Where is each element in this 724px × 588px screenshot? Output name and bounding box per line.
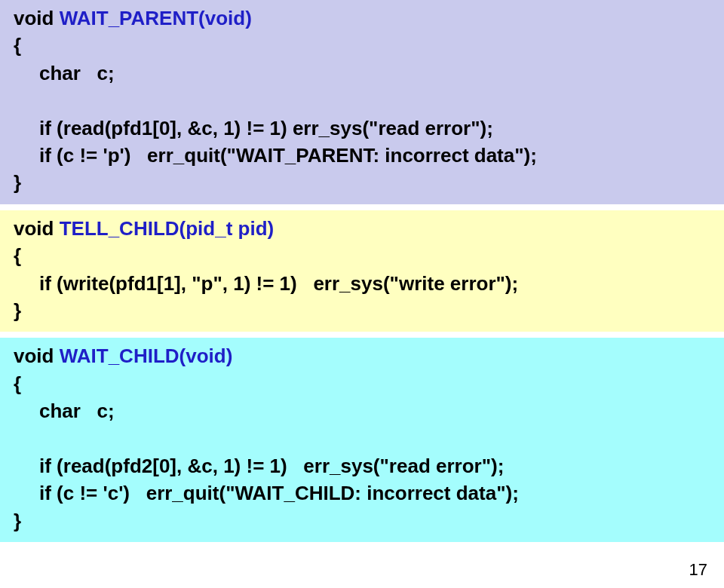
code-line: if (read(pfd1[0], &c, 1) != 1) err_sys("… [14,115,710,142]
kw-void: void [14,7,60,29]
code-line: void WAIT_PARENT(void) [14,5,710,32]
fn-name: WAIT_PARENT(void) [60,7,252,29]
code-line: { [14,242,710,269]
code-line: if (write(pfd1[1], "p", 1) != 1) err_sys… [14,270,710,297]
code-block-wait-parent: void WAIT_PARENT(void) { char c; if (rea… [0,0,724,204]
code-block-wait-child: void WAIT_CHILD(void) { char c; if (read… [0,338,724,542]
code-line: } [14,507,710,534]
code-line: void TELL_CHILD(pid_t pid) [14,215,710,242]
code-line: if (c != 'p') err_quit("WAIT_PARENT: inc… [14,142,710,169]
code-line: char c; [14,397,710,424]
kw-void: void [14,345,60,367]
code-line: } [14,169,710,196]
fn-name: WAIT_CHILD(void) [60,345,233,367]
code-line: } [14,297,710,324]
code-line: if (c != 'c') err_quit("WAIT_CHILD: inco… [14,479,710,507]
code-line: { [14,370,710,397]
code-line: { [14,32,710,59]
kw-void: void [14,217,60,240]
blank-line [14,424,710,452]
code-line: void WAIT_CHILD(void) [14,342,710,369]
code-block-tell-child: void TELL_CHILD(pid_t pid) { if (write(p… [0,210,724,332]
blank-line [14,87,710,114]
code-line: if (read(pfd2[0], &c, 1) != 1) err_sys("… [14,452,710,479]
code-line: char c; [14,60,710,87]
page-number: 17 [689,559,707,582]
fn-name: TELL_CHILD(pid_t pid) [60,217,275,240]
